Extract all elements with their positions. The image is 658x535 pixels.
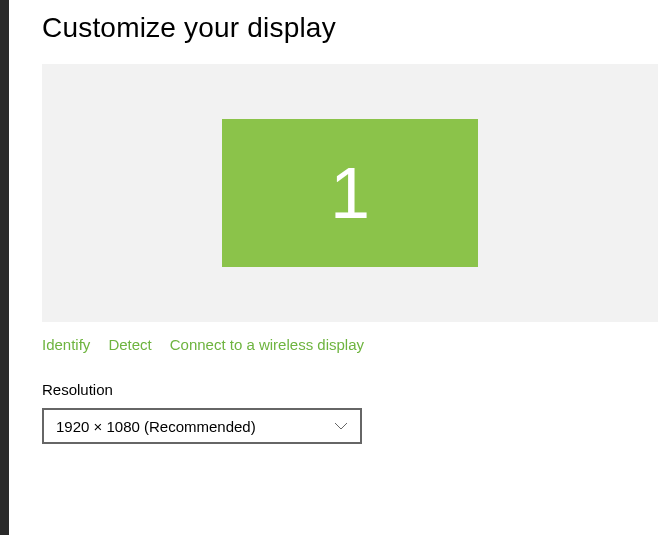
detect-link[interactable]: Detect xyxy=(108,336,151,353)
display-action-links: Identify Detect Connect to a wireless di… xyxy=(42,332,658,353)
connect-wireless-link[interactable]: Connect to a wireless display xyxy=(170,336,364,353)
display-preview-area[interactable]: 1 xyxy=(42,64,658,322)
page-title: Customize your display xyxy=(42,12,658,44)
chevron-down-icon xyxy=(334,422,348,430)
resolution-label: Resolution xyxy=(42,381,658,398)
monitor-tile-1[interactable]: 1 xyxy=(222,119,478,267)
monitor-number: 1 xyxy=(330,152,370,234)
window-edge xyxy=(0,0,9,535)
resolution-value: 1920 × 1080 (Recommended) xyxy=(56,418,256,435)
settings-content: Customize your display 1 Identify Detect… xyxy=(0,0,658,444)
resolution-dropdown[interactable]: 1920 × 1080 (Recommended) xyxy=(42,408,362,444)
identify-link[interactable]: Identify xyxy=(42,336,90,353)
